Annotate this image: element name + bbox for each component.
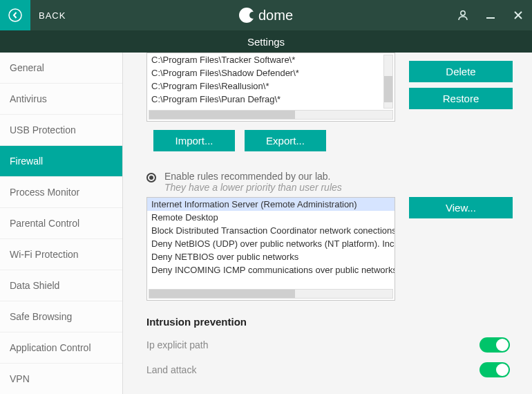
restore-button[interactable]: Restore — [409, 88, 513, 109]
brand-mark-icon — [239, 8, 254, 23]
export-button[interactable]: Export... — [245, 130, 326, 151]
svg-point-0 — [9, 9, 21, 21]
lab-rules-sublabel: They have a lower priority than user rul… — [164, 182, 342, 193]
sidebar-item-process-monitor[interactable]: Process Monitor — [0, 177, 122, 208]
scrollbar-vertical[interactable] — [383, 55, 393, 109]
main-panel: C:\Program Files\Tracker Software\*C:\Pr… — [123, 53, 532, 394]
rule-item[interactable]: Internet Information Server (Remote Admi… — [147, 198, 395, 211]
sidebar-item-safe-browsing[interactable]: Safe Browsing — [0, 301, 122, 332]
close-icon — [513, 10, 524, 21]
sidebar-item-firewall[interactable]: Firewall — [0, 146, 122, 177]
back-button[interactable] — [0, 0, 30, 30]
sidebar-item-general[interactable]: General — [0, 53, 122, 84]
scrollbar-horizontal[interactable] — [149, 289, 393, 299]
sidebar-item-parental-control[interactable]: Parental Control — [0, 208, 122, 239]
scrollbar-horizontal[interactable] — [149, 110, 393, 120]
user-icon — [456, 8, 470, 22]
back-label: BACK — [39, 10, 66, 21]
minimize-button[interactable] — [477, 0, 504, 30]
path-item[interactable]: C:\Program Files\Puran Defrag\* — [147, 93, 395, 106]
rule-item[interactable]: Block Distributed Transaction Coordinato… — [147, 224, 395, 237]
toggle-label: Land attack — [146, 364, 196, 375]
toggle-row-ip-explicit-path: Ip explicit path — [146, 337, 510, 353]
sidebar-item-data-shield[interactable]: Data Shield — [0, 270, 122, 301]
import-button[interactable]: Import... — [153, 130, 235, 151]
chevron-left-icon — [8, 8, 22, 22]
account-button[interactable] — [449, 0, 477, 30]
sidebar-item-antivirus[interactable]: Antivirus — [0, 84, 122, 115]
rule-item[interactable]: Deny INCOMING ICMP communications over p… — [147, 263, 395, 276]
intrusion-heading: Intrusion prevention — [146, 316, 524, 328]
path-item[interactable]: C:\Program Files\Reallusion\* — [147, 79, 395, 93]
paths-listbox[interactable]: C:\Program Files\Tracker Software\*C:\Pr… — [146, 53, 395, 122]
close-button[interactable] — [504, 0, 532, 30]
brand-logo: dome — [239, 8, 293, 24]
sidebar-item-vpn[interactable]: VPN — [0, 364, 122, 394]
svg-point-1 — [461, 11, 465, 15]
page-title: Settings — [0, 30, 532, 53]
toggle-label: Ip explicit path — [146, 339, 209, 350]
sidebar-item-wi-fi-protection[interactable]: Wi-Fi Protection — [0, 239, 122, 270]
titlebar: BACK dome — [0, 0, 532, 30]
toggle-row-land-attack: Land attack — [146, 362, 510, 377]
path-item[interactable]: C:\Program Files\Shadow Defender\* — [147, 66, 395, 79]
lab-rules-label: Enable rules recommended by our lab. — [164, 171, 342, 182]
sidebar-item-application-control[interactable]: Application Control — [0, 332, 122, 364]
lab-rules-radio[interactable] — [146, 173, 156, 182]
delete-button[interactable]: Delete — [409, 61, 513, 82]
toggle-switch[interactable] — [479, 337, 510, 353]
path-item[interactable]: C:\Program Files\Tracker Software\* — [147, 53, 395, 66]
toggle-switch[interactable] — [479, 362, 510, 377]
brand-text: dome — [258, 8, 293, 24]
sidebar-item-usb-protection[interactable]: USB Protection — [0, 115, 122, 146]
rule-item[interactable]: Remote Desktop — [147, 211, 395, 224]
lab-rules-listbox[interactable]: Internet Information Server (Remote Admi… — [146, 197, 395, 301]
sidebar: GeneralAntivirusUSB ProtectionFirewallPr… — [0, 53, 123, 394]
rule-item[interactable]: Deny NetBIOS (UDP) over public networks … — [147, 237, 395, 250]
view-button[interactable]: View... — [409, 197, 513, 218]
rule-item[interactable]: Deny NETBIOS over public networks — [147, 250, 395, 263]
minimize-icon — [485, 10, 496, 21]
